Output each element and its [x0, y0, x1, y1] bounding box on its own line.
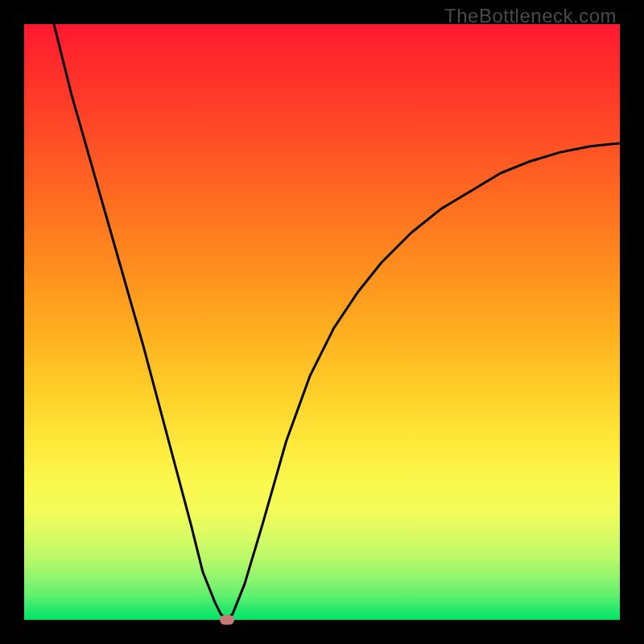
optimal-point-marker: [220, 615, 234, 625]
chart-frame: [24, 24, 620, 620]
watermark-text: TheBottleneck.com: [444, 5, 617, 27]
bottleneck-curve: [24, 24, 620, 620]
